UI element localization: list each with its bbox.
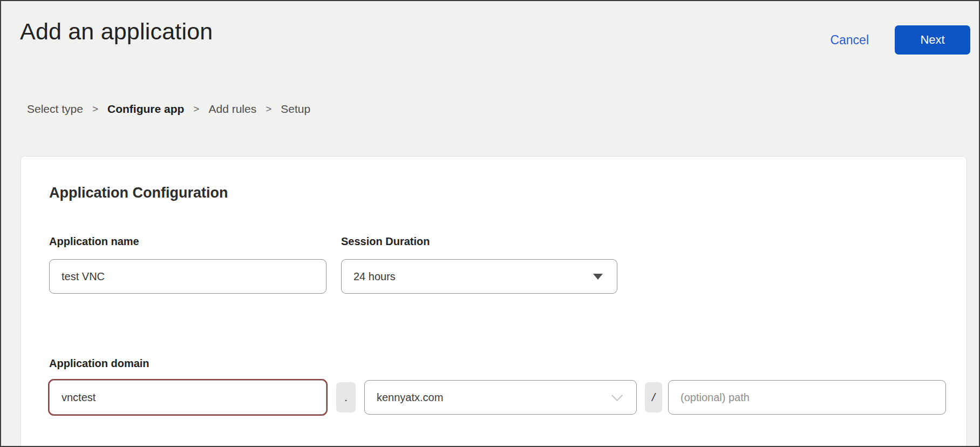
- domain-select-value: kennyatx.com: [377, 391, 443, 404]
- page-title: Add an application: [20, 18, 213, 45]
- subdomain-input[interactable]: [49, 380, 326, 415]
- session-duration-value: 24 hours: [353, 270, 396, 283]
- dropdown-caret-icon: [593, 274, 603, 280]
- session-duration-select[interactable]: 24 hours: [341, 259, 617, 294]
- session-duration-label: Session Duration: [341, 235, 430, 248]
- application-name-input[interactable]: [49, 259, 326, 294]
- application-name-label: Application name: [49, 235, 139, 248]
- step-configure-app[interactable]: Configure app: [107, 103, 184, 116]
- path-input[interactable]: [668, 380, 946, 415]
- breadcrumb-separator: >: [266, 103, 271, 115]
- step-setup[interactable]: Setup: [281, 103, 310, 116]
- breadcrumb-separator: >: [193, 103, 199, 115]
- slash-separator: /: [645, 382, 662, 412]
- breadcrumb-separator: >: [92, 103, 98, 115]
- application-domain-label: Application domain: [49, 357, 149, 370]
- header-actions: Cancel Next: [830, 25, 970, 55]
- next-button[interactable]: Next: [895, 25, 970, 55]
- cancel-button[interactable]: Cancel: [830, 33, 869, 48]
- breadcrumb: Select type > Configure app > Add rules …: [27, 103, 310, 116]
- dot-separator: .: [336, 382, 356, 412]
- application-configuration-card: Application Configuration Application na…: [21, 156, 967, 447]
- chevron-down-icon: [611, 390, 623, 401]
- domain-select[interactable]: kennyatx.com: [364, 380, 637, 415]
- step-select-type[interactable]: Select type: [27, 103, 83, 116]
- add-application-page: Add an application Cancel Next Select ty…: [0, 0, 980, 447]
- step-add-rules[interactable]: Add rules: [208, 103, 256, 116]
- section-title: Application Configuration: [49, 185, 228, 201]
